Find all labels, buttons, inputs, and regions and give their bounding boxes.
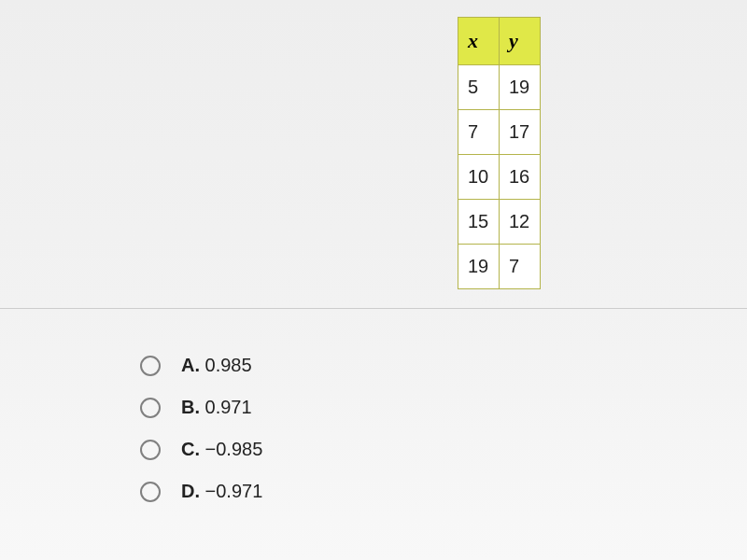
cell-y: 19 [500,65,541,110]
option-value: 0.985 [205,355,252,375]
cell-x: 7 [458,110,500,155]
option-label: A. 0.985 [181,355,252,376]
option-b[interactable]: B. 0.971 [140,397,262,418]
cell-y: 17 [500,110,541,155]
xy-data-table: x y 5 19 7 17 10 16 15 12 19 7 [458,17,541,289]
question-container: x y 5 19 7 17 10 16 15 12 19 7 [0,0,747,560]
option-value: 0.971 [205,397,252,417]
radio-icon[interactable] [140,440,161,460]
section-divider [0,308,747,309]
table-header-y: y [500,18,541,65]
table-row: 19 7 [458,245,541,289]
radio-icon[interactable] [140,398,161,418]
cell-y: 7 [500,245,541,289]
table-row: 15 12 [458,200,541,245]
answer-options: A. 0.985 B. 0.971 C. −0.985 D. −0.971 [140,355,262,523]
option-d[interactable]: D. −0.971 [140,481,262,502]
cell-x: 10 [458,155,500,200]
table-row: 7 17 [458,110,541,155]
option-c[interactable]: C. −0.985 [140,439,262,460]
cell-x: 15 [458,200,500,245]
option-letter: A. [181,355,200,375]
option-a[interactable]: A. 0.985 [140,355,262,376]
option-label: D. −0.971 [181,481,262,502]
cell-y: 16 [500,155,541,200]
option-letter: B. [181,397,200,417]
table-row: 5 19 [458,65,541,110]
radio-icon[interactable] [140,482,161,502]
cell-y: 12 [500,200,541,245]
option-letter: C. [181,439,200,459]
option-letter: D. [181,481,200,501]
cell-x: 5 [458,65,500,110]
cell-x: 19 [458,245,500,289]
option-label: B. 0.971 [181,397,252,418]
option-value: −0.985 [205,439,263,459]
option-label: C. −0.985 [181,439,262,460]
table-row: 10 16 [458,155,541,200]
table-header-x: x [458,18,500,65]
option-value: −0.971 [205,481,263,501]
radio-icon[interactable] [140,356,161,376]
